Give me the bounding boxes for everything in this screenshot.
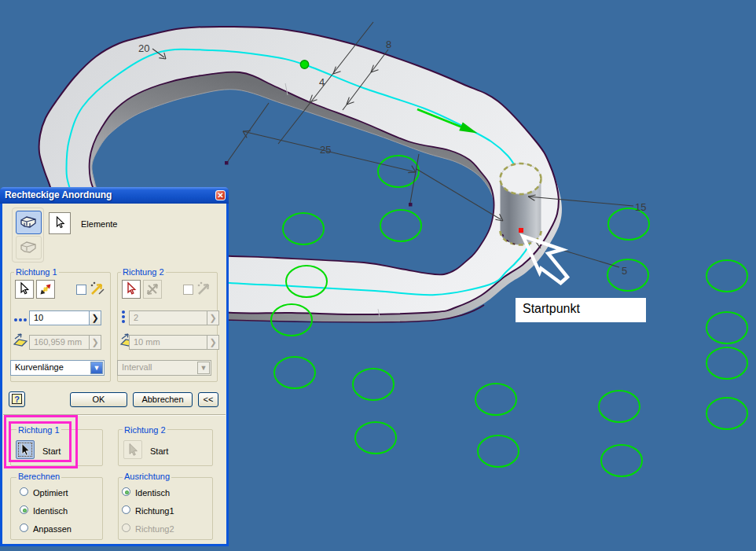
svg-text:8: 8 — [386, 39, 391, 50]
svg-text:20: 20 — [138, 42, 149, 54]
svg-text:4: 4 — [319, 76, 325, 88]
svg-text:5: 5 — [622, 265, 627, 277]
svg-text:15: 15 — [635, 201, 646, 213]
svg-text:25: 25 — [320, 144, 331, 156]
